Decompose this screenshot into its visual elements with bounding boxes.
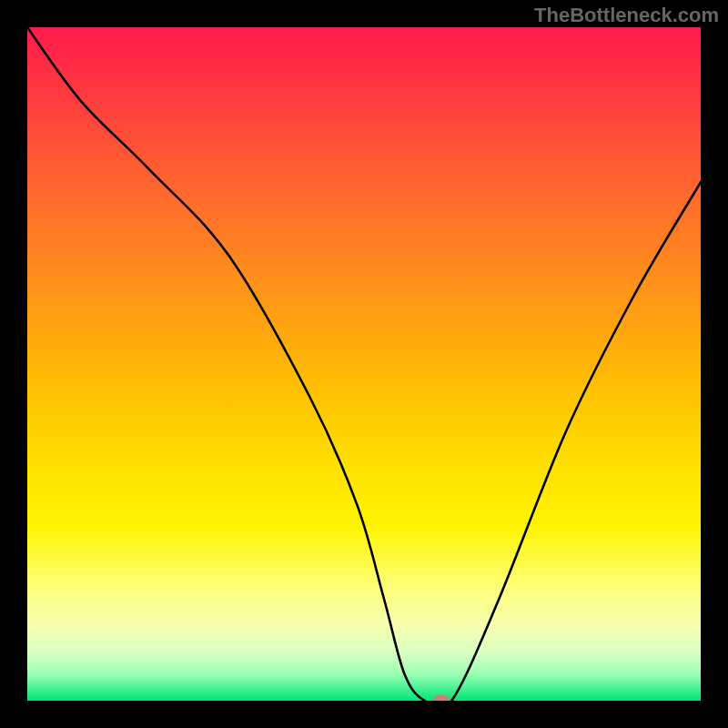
watermark-label: TheBottleneck.com	[534, 4, 719, 27]
bottleneck-curve	[27, 27, 701, 701]
chart-frame: TheBottleneck.com	[0, 0, 728, 728]
optimum-marker	[433, 695, 450, 701]
plot-area	[27, 27, 701, 701]
